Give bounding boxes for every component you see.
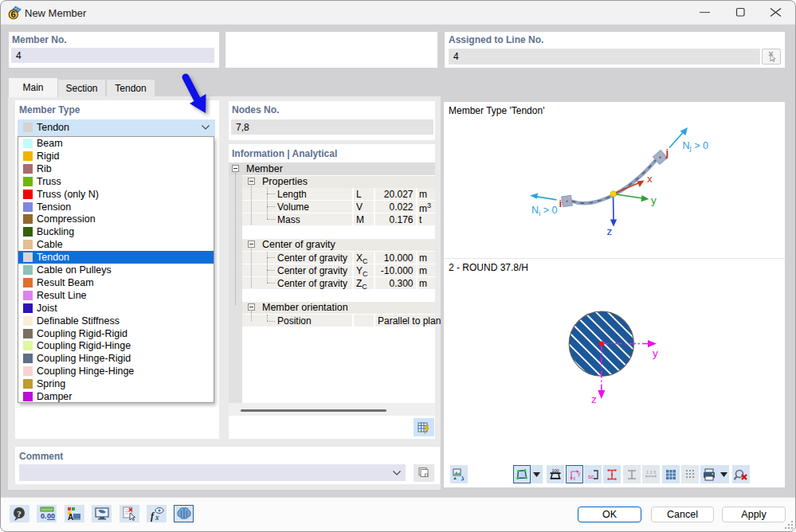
- svg-text:Ni > 0: Ni > 0: [531, 205, 557, 217]
- svg-text:Nj > 0: Nj > 0: [683, 140, 708, 153]
- svg-text:y: y: [578, 471, 581, 477]
- svg-text:y: y: [653, 347, 658, 359]
- svg-text:A: A: [68, 513, 73, 522]
- svg-text:100: 100: [551, 467, 559, 472]
- svg-text:i: i: [559, 198, 563, 209]
- svg-text:x: x: [155, 513, 159, 522]
- svg-text:z: z: [607, 225, 613, 237]
- svg-text:z: z: [591, 393, 597, 405]
- svg-text:sc: sc: [588, 473, 594, 480]
- svg-text:00: 00: [47, 512, 55, 520]
- svg-text:1 2 3: 1 2 3: [646, 470, 656, 475]
- svg-text:6: 6: [11, 10, 16, 19]
- svg-text:x: x: [647, 173, 653, 185]
- svg-text:j: j: [665, 147, 669, 158]
- svg-text:0.: 0.: [41, 512, 47, 520]
- svg-text:?: ?: [17, 509, 22, 518]
- svg-text:f: f: [151, 510, 155, 522]
- svg-text:x: x: [573, 475, 576, 481]
- svg-text:y: y: [651, 194, 657, 206]
